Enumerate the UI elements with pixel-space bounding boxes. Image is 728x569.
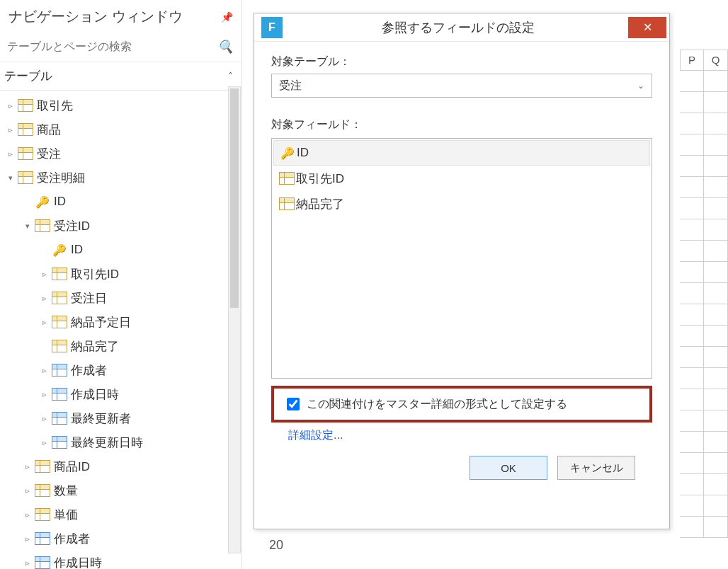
tree-item[interactable]: ▹取引先ID xyxy=(0,262,241,286)
grid-cell[interactable] xyxy=(680,198,704,219)
tree-toggle-icon[interactable]: ▹ xyxy=(23,486,33,495)
grid-row[interactable] xyxy=(680,410,728,432)
grid-cell[interactable] xyxy=(704,304,728,326)
grid-cell[interactable] xyxy=(680,432,704,453)
grid-cell[interactable] xyxy=(680,474,704,495)
grid-cell[interactable] xyxy=(680,92,704,113)
field-list[interactable]: 🔑ID取引先ID納品完了 xyxy=(271,138,652,379)
grid-row[interactable] xyxy=(680,92,728,113)
grid-row[interactable] xyxy=(680,134,728,156)
grid-cell[interactable] xyxy=(704,92,728,113)
master-detail-label[interactable]: この関連付けをマスター詳細の形式として設定する xyxy=(307,397,567,412)
tree-item[interactable]: ▹取引先 xyxy=(0,93,241,117)
grid-row[interactable] xyxy=(680,517,728,538)
master-detail-checkbox[interactable] xyxy=(287,398,300,410)
grid-cell[interactable] xyxy=(704,368,728,389)
grid-row[interactable] xyxy=(680,241,728,262)
grid-cell[interactable] xyxy=(680,113,704,134)
tree-item[interactable]: ▾受注ID xyxy=(0,214,241,238)
grid-cell[interactable] xyxy=(704,219,728,241)
grid-cell[interactable] xyxy=(704,113,728,134)
tree-item[interactable]: ▾受注明細 xyxy=(0,166,241,190)
tree-toggle-icon[interactable]: ▹ xyxy=(40,270,50,279)
grid-cell[interactable] xyxy=(704,71,728,92)
grid-cell[interactable] xyxy=(704,134,728,156)
tree-item[interactable]: ▹受注 xyxy=(0,142,241,166)
tree-toggle-icon[interactable]: ▹ xyxy=(6,149,16,159)
grid-row[interactable] xyxy=(680,156,728,177)
field-list-item[interactable]: 取引先ID xyxy=(273,166,650,191)
grid-cell[interactable] xyxy=(704,389,728,410)
grid-cell[interactable] xyxy=(704,177,728,198)
search-icon[interactable]: 🔍 xyxy=(215,39,236,54)
grid-row[interactable] xyxy=(680,389,728,410)
tree-item[interactable]: ▹商品ID xyxy=(0,454,241,478)
grid-cell[interactable] xyxy=(704,432,728,453)
tree-toggle-icon[interactable]: ▹ xyxy=(40,318,50,327)
tree-toggle-icon[interactable]: ▹ xyxy=(23,534,33,544)
grid-cell[interactable] xyxy=(680,283,704,304)
grid-row[interactable] xyxy=(680,368,728,389)
grid-row[interactable] xyxy=(680,198,728,219)
grid-cell[interactable] xyxy=(704,198,728,219)
search-input[interactable] xyxy=(6,38,215,56)
grid-row[interactable] xyxy=(680,219,728,241)
section-header[interactable]: テーブル ˄ xyxy=(0,62,241,91)
tree-item[interactable]: ▹納品予定日 xyxy=(0,310,241,334)
grid-cell[interactable] xyxy=(704,283,728,304)
grid-cell[interactable] xyxy=(704,453,728,474)
tree-toggle-icon[interactable]: ▹ xyxy=(23,510,33,519)
detail-settings-link[interactable]: 詳細設定... xyxy=(288,428,343,443)
tree-toggle-icon[interactable]: ▹ xyxy=(6,101,16,110)
grid-cell[interactable] xyxy=(680,410,704,432)
grid-cell[interactable] xyxy=(680,156,704,177)
tree-item[interactable]: 🔑ID xyxy=(0,238,241,262)
grid-row[interactable] xyxy=(680,304,728,326)
tree-toggle-icon[interactable]: ▹ xyxy=(40,366,50,375)
tree-toggle-icon[interactable]: ▹ xyxy=(6,125,16,134)
tree-toggle-icon[interactable]: ▹ xyxy=(40,414,50,423)
cancel-button[interactable]: キャンセル xyxy=(557,456,635,480)
grid-cell[interactable] xyxy=(680,241,704,262)
tree-item[interactable]: 納品完了 xyxy=(0,334,241,358)
pin-icon[interactable]: 📌 xyxy=(221,11,233,23)
close-button[interactable]: ✕ xyxy=(628,17,666,38)
grid-row[interactable] xyxy=(680,262,728,283)
tree-toggle-icon[interactable]: ▹ xyxy=(40,294,50,303)
tree-item[interactable]: ▹受注日 xyxy=(0,286,241,310)
tree-item[interactable]: ▹単価 xyxy=(0,502,241,527)
tree-toggle-icon[interactable]: ▹ xyxy=(40,390,50,399)
tree-toggle-icon[interactable]: ▾ xyxy=(23,222,33,231)
grid-row[interactable] xyxy=(680,474,728,495)
grid-row[interactable] xyxy=(680,347,728,368)
grid-col-header[interactable]: P xyxy=(680,50,704,71)
tree-item[interactable]: ▹作成日時 xyxy=(0,382,241,406)
grid-row[interactable] xyxy=(680,432,728,453)
grid-cell[interactable] xyxy=(680,347,704,368)
grid-cell[interactable] xyxy=(680,368,704,389)
grid-row[interactable] xyxy=(680,453,728,474)
grid-cell[interactable] xyxy=(680,71,704,92)
tree-item[interactable]: ▹最終更新日時 xyxy=(0,430,241,454)
grid-cell[interactable] xyxy=(704,241,728,262)
grid-cell[interactable] xyxy=(680,177,704,198)
grid-cell[interactable] xyxy=(680,389,704,410)
grid-cell[interactable] xyxy=(704,326,728,347)
grid-cell[interactable] xyxy=(680,517,704,538)
nav-scrollbar[interactable] xyxy=(228,86,241,553)
grid-cell[interactable] xyxy=(680,262,704,283)
grid-cell[interactable] xyxy=(680,453,704,474)
grid-row[interactable] xyxy=(680,495,728,517)
tree-item[interactable]: ▹作成者 xyxy=(0,358,241,382)
grid-cell[interactable] xyxy=(680,219,704,241)
tree-toggle-icon[interactable]: ▾ xyxy=(6,173,16,183)
grid-row[interactable] xyxy=(680,177,728,198)
ok-button[interactable]: OK xyxy=(470,456,547,480)
scrollbar-thumb[interactable] xyxy=(230,88,239,308)
tree-item[interactable]: ▹商品 xyxy=(0,117,241,142)
grid-cell[interactable] xyxy=(680,326,704,347)
tree-toggle-icon[interactable]: ▹ xyxy=(40,438,50,447)
grid-row[interactable] xyxy=(680,283,728,304)
grid-cell[interactable] xyxy=(704,262,728,283)
grid-cell[interactable] xyxy=(680,134,704,156)
